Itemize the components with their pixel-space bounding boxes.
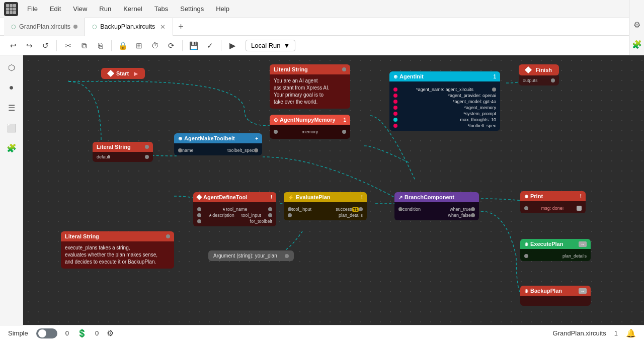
tab-backupplan[interactable]: ⬡ BackupPlan.xircuits ✕ xyxy=(85,18,173,36)
print-node[interactable]: ⊕ Print ! msg: done! xyxy=(520,191,586,213)
mode-toggle[interactable] xyxy=(36,328,57,338)
make-toolbelt-toolbelt-label: toolbelt_spec xyxy=(227,148,254,153)
timer-button[interactable]: ⏱ xyxy=(148,39,162,53)
start-node[interactable]: Start ▶ xyxy=(101,68,145,79)
agent-init-in-port-2 xyxy=(393,94,397,98)
connect-button[interactable]: ⟳ xyxy=(164,39,178,53)
menu-tabs[interactable]: Tabs xyxy=(149,3,173,15)
finish-node[interactable]: Finish outputs xyxy=(519,64,559,86)
evaluate-plan-icon: ⚡ xyxy=(288,195,294,200)
literal-string-1-node[interactable]: Literal String You are an AI agent assis… xyxy=(270,64,350,109)
tab-grandplan[interactable]: ⬡ GrandPlan.xircuits xyxy=(4,18,85,36)
app-logo-grid xyxy=(6,4,16,14)
menu-edit[interactable]: Edit xyxy=(45,3,66,15)
literal-string-3-node[interactable]: Literal String execute_plans takes a str… xyxy=(61,231,174,269)
sidebar-list-icon[interactable]: ☰ xyxy=(4,100,20,116)
paste-button[interactable]: ⎘ xyxy=(93,39,107,53)
refresh-button[interactable]: ↺ xyxy=(38,39,52,53)
agent-init-node[interactable]: ⊕ AgentInit 1 *agent_name: agent_xircuit… xyxy=(389,71,500,131)
tab-backupplan-close[interactable]: ✕ xyxy=(160,23,166,31)
literal-string-2-port: default xyxy=(97,154,149,160)
menu-help[interactable]: Help xyxy=(211,3,234,15)
toggle-knob xyxy=(38,329,46,337)
branch-node[interactable]: ↗ BranchComponent condition when_true wh… xyxy=(394,192,479,220)
literal-string-1-port-out xyxy=(342,67,346,71)
menu-file[interactable]: File xyxy=(22,3,43,15)
agent-init-port-7-label: *toolbelt_spec xyxy=(467,123,496,128)
run-select[interactable]: Local Run ▼ xyxy=(246,40,295,51)
check-button[interactable]: ✓ xyxy=(203,39,217,53)
define-tool-tool-input-label: tool_input xyxy=(242,213,261,218)
undo-button[interactable]: ↩ xyxy=(6,39,20,53)
agent-init-port-5: *system_prompt xyxy=(393,111,496,117)
make-toolbelt-icon: ⊕ xyxy=(178,136,182,141)
lock-button[interactable]: 🔒 xyxy=(116,39,130,53)
tab-add-button[interactable]: + xyxy=(173,20,189,34)
menu-settings[interactable]: Settings xyxy=(175,3,209,15)
puzzle-icon[interactable]: 🧩 xyxy=(632,40,642,49)
app-logo xyxy=(4,2,18,16)
left-sidebar: ⬡ ● ☰ ⬜ 🧩 xyxy=(0,55,23,327)
branch-label: BranchComponent xyxy=(405,194,454,200)
make-toolbelt-in-port-1 xyxy=(178,148,182,152)
evaluate-plan-port-1: tool_input success T1 xyxy=(288,206,363,212)
run-select-label: Local Run xyxy=(251,42,281,49)
sidebar-pages-icon[interactable]: ⬡ xyxy=(4,59,20,75)
sidebar-puzzle-icon[interactable]: 🧩 xyxy=(4,140,20,156)
literal-string-1-text: You are an AI agent assistant from Xpres… xyxy=(274,77,346,106)
tab-grandplan-dot xyxy=(73,25,77,29)
literal-string-2-value: default xyxy=(97,154,110,159)
agent-init-port-3: *agent_model: gpt-4o xyxy=(393,99,496,105)
define-tool-port-1: ★tool_name xyxy=(197,206,272,212)
execute-plan-port: plan_details xyxy=(524,253,587,259)
toolbar: ↩ ↪ ↺ ✂ ⧉ ⎘ 🔒 ⊞ ⏱ ⟳ 💾 ✓ ▶ Local Run ▼ xyxy=(0,36,644,55)
literal-string-2-node[interactable]: Literal String default xyxy=(93,142,153,162)
grid-button[interactable]: ⊞ xyxy=(132,39,146,53)
backup-plan-node[interactable]: ⊕ BackupPlan → xyxy=(520,286,591,306)
menu-run[interactable]: Run xyxy=(94,3,116,15)
define-tool-out-2 xyxy=(268,213,272,217)
gear-icon[interactable]: ⚙ xyxy=(633,20,640,30)
sidebar-box-icon[interactable]: ⬜ xyxy=(4,120,20,136)
agent-init-out-port-1 xyxy=(492,88,496,92)
evaluate-plan-node[interactable]: ⚡ EvaluatePlan ! tool_input success T1 p… xyxy=(284,192,367,220)
statusbar-bell-icon[interactable]: 🔔 xyxy=(626,328,636,338)
statusbar-mode-label: Simple xyxy=(8,329,28,337)
play-button[interactable]: ▶ xyxy=(225,39,239,53)
tab-grandplan-label: GrandPlan.xircuits xyxy=(19,23,70,30)
finish-port-row: outputs xyxy=(523,77,555,83)
define-tool-port-2: ★description tool_input xyxy=(197,212,272,218)
copy-button[interactable]: ⧉ xyxy=(77,39,91,53)
agent-init-num: 1 xyxy=(493,74,496,79)
evaluate-plan-tool-input: tool_input xyxy=(292,207,311,212)
cut-button[interactable]: ✂ xyxy=(61,39,75,53)
numpy-memory-node[interactable]: ⊕ AgentNumpyMemory 1 memory xyxy=(270,115,350,139)
statusbar-terminal-icon[interactable]: 💲 xyxy=(77,328,87,338)
redo-button[interactable]: ↪ xyxy=(22,39,36,53)
finish-outputs-port xyxy=(551,78,555,82)
sidebar-circle-icon[interactable]: ● xyxy=(4,79,20,96)
argument-label: Argument (string): your_plan xyxy=(213,253,277,259)
argument-node[interactable]: Argument (string): your_plan xyxy=(208,250,294,261)
statusbar-chip-icon[interactable]: ⚙ xyxy=(107,328,114,338)
execute-plan-node[interactable]: ⊕ ExecutePlan → plan_details xyxy=(520,239,591,261)
define-tool-node[interactable]: AgentDefineTool ! ★tool_name ★descriptio… xyxy=(193,192,276,226)
canvas[interactable]: Start ▶ Finish outputs Literal String Yo… xyxy=(23,55,644,328)
evaluate-plan-in-1 xyxy=(288,207,292,211)
toolbar-sep-3 xyxy=(182,40,183,51)
literal-string-3-text: execute_plans takes a string, evaluates … xyxy=(65,244,170,266)
toolbar-sep-4 xyxy=(221,40,221,51)
finish-label: Finish xyxy=(536,67,552,73)
define-tool-in-3 xyxy=(197,219,201,223)
menu-view[interactable]: View xyxy=(68,3,92,15)
branch-when-true-port xyxy=(471,207,475,211)
make-toolbelt-node[interactable]: ⊕ AgentMakeToolbelt + name toolbelt_spec xyxy=(174,133,262,155)
statusbar-count-3: 1 xyxy=(614,329,618,337)
execute-plan-in-port xyxy=(524,254,528,258)
toolbar-sep-1 xyxy=(56,40,57,51)
save-button[interactable]: 💾 xyxy=(187,39,201,53)
print-msg-label: msg: done! xyxy=(541,206,564,211)
menu-kernel[interactable]: Kernel xyxy=(118,3,147,15)
tabbar: ⬡ GrandPlan.xircuits ⬡ BackupPlan.xircui… xyxy=(0,18,644,36)
numpy-memory-num: 1 xyxy=(343,117,346,123)
